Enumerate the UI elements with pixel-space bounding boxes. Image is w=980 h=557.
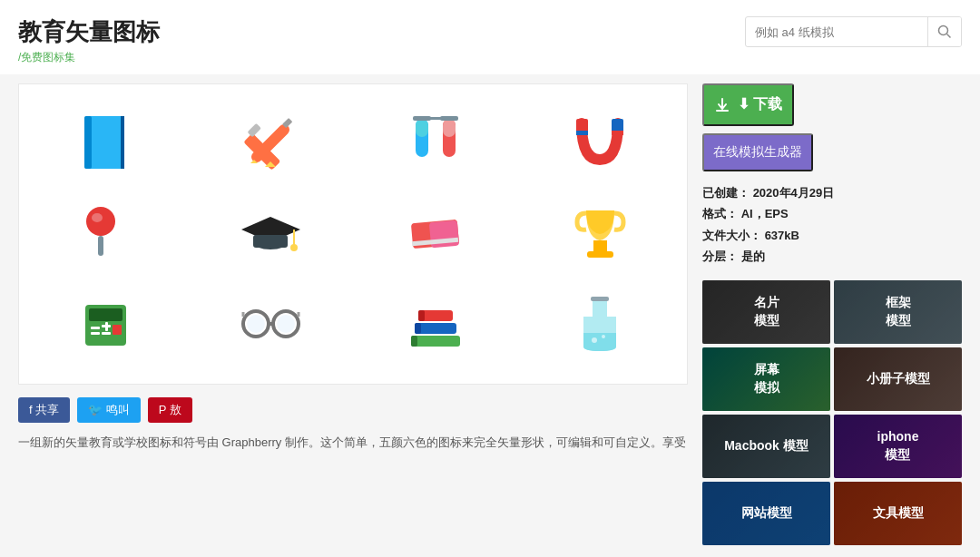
twitter-label: 🐦 鸣叫 xyxy=(88,402,130,418)
template-namecard[interactable]: 名片模型 xyxy=(702,280,830,344)
svg-point-23 xyxy=(86,207,115,236)
svg-point-0 xyxy=(939,26,948,35)
svg-rect-58 xyxy=(591,297,609,301)
template-stationery-overlay: 文具模型 xyxy=(834,482,962,545)
svg-rect-18 xyxy=(426,117,445,120)
svg-rect-25 xyxy=(98,236,103,256)
left-panel: f 共享 🐦 鸣叫 P 敖 一组新的矢量教育或学校图标和符号由 Graphber… xyxy=(18,83,688,557)
content-area: f 共享 🐦 鸣叫 P 敖 一组新的矢量教育或学校图标和符号由 Graphber… xyxy=(0,74,980,557)
icon-grid xyxy=(37,112,669,357)
icon-grid-container xyxy=(18,83,688,385)
icon-pin-cell xyxy=(74,202,138,266)
template-website[interactable]: 网站模型 xyxy=(702,482,830,545)
svg-rect-37 xyxy=(89,308,122,321)
template-namecard-label: 名片模型 xyxy=(754,294,779,329)
pinterest-label: P 敖 xyxy=(159,402,181,418)
svg-point-49 xyxy=(247,315,265,333)
icon-flask-cell xyxy=(404,112,467,175)
svg-rect-34 xyxy=(593,240,607,251)
template-iphone-label: iphone模型 xyxy=(877,428,919,464)
icon-pencil-cell xyxy=(239,112,302,175)
meta-layers: 分层： 是的 xyxy=(702,246,962,267)
template-stationery[interactable]: 文具模型 xyxy=(834,482,962,545)
search-input[interactable] xyxy=(746,25,927,39)
svg-line-1 xyxy=(947,34,951,38)
online-label: 在线模拟生成器 xyxy=(713,144,802,161)
template-screen-label: 屏幕模拟 xyxy=(754,361,779,396)
glasses-icon xyxy=(241,308,300,342)
template-screen-overlay: 屏幕模拟 xyxy=(702,347,830,411)
svg-rect-13 xyxy=(416,119,428,137)
template-website-label: 网站模型 xyxy=(741,504,792,523)
graduation-cap-icon xyxy=(241,210,300,259)
pencil-icon xyxy=(243,116,298,171)
svg-rect-28 xyxy=(253,235,288,248)
template-screen[interactable]: 屏幕模拟 xyxy=(702,347,830,411)
search-bar xyxy=(745,16,962,47)
download-icon xyxy=(714,97,730,113)
template-macbook-label: Macbook 模型 xyxy=(724,437,808,455)
template-grid: 名片模型 框架模型 屏幕模拟 小册子模型 xyxy=(702,280,962,545)
svg-rect-51 xyxy=(411,336,460,347)
header: 教育矢量图标 /免费图标集 xyxy=(0,0,980,74)
download-label: ⬇ 下载 xyxy=(738,95,782,114)
meta-info: 已创建： 2020年4月29日 格式： AI，EPS 文件大小： 637kB 分… xyxy=(702,182,962,268)
svg-rect-20 xyxy=(576,131,588,135)
trophy-icon xyxy=(575,206,625,262)
online-simulator-button[interactable]: 在线模拟生成器 xyxy=(702,133,813,171)
meta-layers-label: 分层： xyxy=(702,249,738,263)
template-iphone[interactable]: iphone模型 xyxy=(834,415,962,478)
template-framework-label: 框架模型 xyxy=(886,294,911,329)
meta-created-label: 已创建： xyxy=(702,186,750,200)
meta-filesize-value: 637kB xyxy=(765,229,799,242)
header-left: 教育矢量图标 /免费图标集 xyxy=(18,16,160,65)
icon-calculator-cell xyxy=(74,293,138,357)
meta-created-value: 2020年4月29日 xyxy=(753,186,835,200)
magnet-icon xyxy=(573,114,627,173)
svg-rect-52 xyxy=(411,336,417,347)
svg-rect-38 xyxy=(91,327,100,329)
book-icon xyxy=(81,114,131,173)
icon-graduation-cell xyxy=(239,202,302,266)
facebook-share-button[interactable]: f 共享 xyxy=(18,397,70,423)
svg-rect-22 xyxy=(612,131,623,135)
beaker-icon xyxy=(576,297,623,353)
icon-glasses-cell xyxy=(239,293,302,357)
svg-rect-43 xyxy=(113,325,122,335)
meta-format: 格式： AI，EPS xyxy=(702,203,962,224)
icon-book-cell xyxy=(74,112,138,175)
template-macbook[interactable]: Macbook 模型 xyxy=(702,415,830,478)
template-framework-overlay: 框架模型 xyxy=(834,280,962,344)
meta-created: 已创建： 2020年4月29日 xyxy=(702,182,962,203)
pinterest-share-button[interactable]: P 敖 xyxy=(148,397,192,423)
template-namecard-overlay: 名片模型 xyxy=(702,280,830,344)
download-button[interactable]: ⬇ 下载 xyxy=(702,83,794,126)
template-stationery-label: 文具模型 xyxy=(873,504,924,523)
breadcrumb: /免费图标集 xyxy=(18,50,160,65)
search-icon xyxy=(937,24,952,39)
svg-point-50 xyxy=(277,315,295,333)
svg-point-60 xyxy=(602,335,605,338)
flask-icon xyxy=(408,114,463,173)
svg-rect-56 xyxy=(418,310,425,321)
icon-beaker-cell xyxy=(568,293,632,357)
svg-rect-4 xyxy=(121,116,124,169)
search-button[interactable] xyxy=(927,17,961,46)
icon-magnet-cell xyxy=(568,112,632,175)
page-title: 教育矢量图标 xyxy=(18,16,160,48)
svg-rect-61 xyxy=(716,110,729,112)
icon-books-cell xyxy=(404,293,467,357)
svg-point-30 xyxy=(290,244,298,251)
template-framework[interactable]: 框架模型 xyxy=(834,280,962,344)
template-booklet[interactable]: 小册子模型 xyxy=(834,347,962,411)
page-wrapper: 教育矢量图标 /免费图标集 xyxy=(0,0,980,557)
svg-rect-41 xyxy=(91,332,100,335)
meta-layers-value: 是的 xyxy=(741,249,765,263)
social-buttons: f 共享 🐦 鸣叫 P 敖 xyxy=(18,397,688,423)
template-macbook-overlay: Macbook 模型 xyxy=(702,415,830,478)
description: 一组新的矢量教育或学校图标和符号由 Graphberry 制作。这个简单，五颜六… xyxy=(18,434,688,453)
twitter-share-button[interactable]: 🐦 鸣叫 xyxy=(77,397,141,423)
meta-filesize: 文件大小： 637kB xyxy=(702,225,962,246)
pushpin-icon xyxy=(81,205,131,264)
calculator-icon xyxy=(81,300,131,350)
